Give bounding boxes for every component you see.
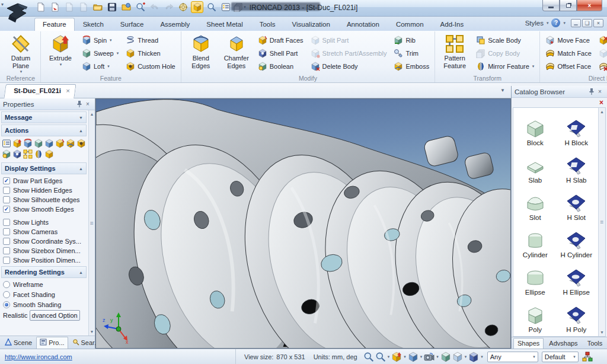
styles-button[interactable]: Styles — [525, 20, 544, 27]
catalog-item-block[interactable]: Block — [515, 110, 556, 148]
catalog-scrollbar[interactable]: ▲ ≡ ▼ — [598, 108, 605, 336]
offset-face-button[interactable]: >Offset Face — [544, 60, 593, 72]
new-doc-icon[interactable] — [34, 1, 47, 13]
properties-scrollbar[interactable]: ▲ ≡ ▼ — [88, 110, 95, 336]
sweep-button[interactable]: Sweep▾ — [80, 47, 120, 59]
tab-add-ins[interactable]: Add-Ins — [432, 18, 472, 31]
ironcad-logo-icon[interactable] — [4, 1, 31, 25]
catalog-item-h-slot[interactable]: H Slot — [556, 185, 598, 222]
tab-sketch[interactable]: Sketch — [75, 18, 112, 31]
import-icon[interactable] — [120, 1, 132, 13]
part-action-icon[interactable] — [44, 149, 54, 159]
delete-face-button[interactable]: Delete Face — [597, 34, 607, 46]
match-face-button[interactable]: >Match Face — [544, 47, 593, 59]
zoom-select-icon[interactable] — [375, 352, 386, 362]
shell-part-button[interactable]: Shell Part — [256, 47, 305, 59]
dropdown-icon[interactable]: ▾ — [388, 355, 390, 359]
section-rendering-settings[interactable]: Rendering Settings ▲ — [1, 266, 87, 278]
scale-body-button[interactable]: Scale Body — [474, 34, 536, 46]
structure-tree-icon[interactable] — [582, 352, 593, 362]
radio-wireframe[interactable]: Wireframe — [0, 279, 88, 289]
undo-icon[interactable] — [148, 1, 161, 13]
checkbox-show-coordinate-sys-[interactable]: Show Coordinate Sys... — [0, 237, 88, 246]
chamfer-edges-button[interactable]: Chamfer Edges — [221, 33, 253, 74]
properties-close-icon[interactable]: × — [84, 101, 92, 107]
add-part-icon[interactable] — [134, 1, 146, 13]
draft-faces-button[interactable]: Draft Faces — [256, 34, 305, 46]
list-props-icon[interactable] — [2, 139, 11, 148]
catalog-close-icon[interactable]: × — [596, 88, 604, 95]
catalog-item-h-poly[interactable]: H Poly — [556, 297, 598, 334]
mdi-restore-button[interactable]: ❏ — [582, 19, 592, 27]
document-tab[interactable]: St-Duc_FL021i × — [4, 84, 76, 98]
tab-list-dropdown-icon[interactable]: ▼ — [500, 88, 505, 93]
group-action-icon[interactable] — [23, 149, 33, 159]
checkbox-draw-part-edges[interactable]: ✓Draw Part Edges — [0, 176, 88, 186]
ironcad-link[interactable]: http://www.ironcad.com — [5, 353, 72, 360]
delete-body-button[interactable]: Delete Body — [309, 60, 389, 72]
home-action-icon[interactable] — [12, 149, 22, 159]
loft-button[interactable]: Loft▾ — [80, 60, 120, 72]
checkbox-show-sizebox-dimen-[interactable]: Show Sizebox Dimen... — [0, 246, 88, 256]
tab-common[interactable]: Common — [388, 18, 432, 31]
catalog-item-slab[interactable]: Slab — [515, 148, 556, 185]
props-tab-pro[interactable]: Pro... — [36, 337, 68, 349]
minimize-button[interactable] — [542, 0, 560, 11]
mdi-minimize-button[interactable] — [571, 19, 581, 27]
extrude-action-icon[interactable] — [12, 139, 22, 148]
checkbox-show-position-dimen-[interactable]: Show Position Dimen... — [0, 256, 88, 265]
scroll-up-icon[interactable]: ▲ — [90, 110, 94, 118]
help-icon[interactable]: ? — [551, 18, 560, 27]
maximize-button[interactable] — [560, 0, 577, 11]
image-action-icon[interactable] — [66, 139, 75, 148]
spin-action-icon[interactable] — [23, 139, 33, 148]
close-button[interactable]: × — [577, 0, 602, 11]
boolean-button[interactable]: Boolean — [256, 60, 305, 72]
tab-annotation[interactable]: Annotation — [338, 18, 388, 31]
list-icon[interactable] — [219, 1, 232, 13]
triball-icon[interactable] — [177, 1, 189, 13]
catalog-item-h-ellipse[interactable]: H Ellipse — [556, 260, 598, 297]
datum-plane-button[interactable]: Datum Plane▾ — [5, 33, 37, 74]
tab-assembly[interactable]: Assembly — [152, 18, 198, 31]
checkbox-show-lights[interactable]: Show Lights — [0, 218, 88, 227]
catalog-item-cylinder[interactable]: Cylinder — [515, 222, 556, 260]
extrude-button[interactable]: Extrude▾ — [44, 33, 76, 74]
help-dropdown-icon[interactable]: ▾ — [563, 21, 566, 25]
gears-action-icon[interactable] — [2, 149, 11, 159]
props-tab-scene[interactable]: Scene — [1, 337, 36, 349]
export-doc-icon[interactable] — [49, 1, 61, 13]
scroll-down-icon[interactable]: ▼ — [90, 328, 94, 336]
custom-hole-button[interactable]: Custom Hole — [124, 60, 177, 72]
catalog-item-h-block[interactable]: H Block — [556, 110, 598, 148]
tab-tools[interactable]: Tools — [251, 18, 284, 31]
mirror-feature-button[interactable]: Mirror Feature▾ — [474, 60, 536, 72]
radio-smooth-shading[interactable]: Smooth Shading — [0, 299, 88, 309]
mdi-close-button[interactable]: × — [593, 19, 603, 27]
viewport-3d[interactable]: y z x — [95, 98, 511, 349]
checkbox-show-smooth-edges[interactable]: ✓Show Smooth Edges — [0, 205, 88, 214]
viewport-3d-model[interactable] — [96, 99, 510, 348]
pattern-feature-button[interactable]: Pattern Feature — [439, 33, 471, 74]
loft-action-icon[interactable] — [44, 139, 54, 148]
catalog-tab-shapes[interactable]: Shapes — [513, 338, 544, 349]
document-tab-close-icon[interactable]: × — [66, 87, 70, 94]
checkbox-show-hidden-edges[interactable]: Show Hidden Edges — [0, 186, 88, 195]
tab-visualization[interactable]: Visualization — [284, 18, 338, 31]
custom-hole-action-icon[interactable] — [76, 139, 86, 148]
scroll-grip[interactable]: ≡ — [90, 220, 94, 226]
open-icon[interactable] — [91, 1, 104, 13]
catalog-scroll-up-icon[interactable]: ▲ — [600, 108, 604, 116]
dropdown-icon[interactable]: ▾ — [465, 355, 467, 359]
section-display-settings[interactable]: Display Settings ▲ — [1, 162, 87, 174]
catalog-item-h-cylinder[interactable]: H Cylinder — [556, 222, 598, 260]
dropdown-icon[interactable]: ▾ — [481, 355, 483, 359]
dropdown-icon[interactable]: ▾ — [436, 355, 439, 359]
dropdown-icon[interactable]: ▾ — [420, 355, 423, 359]
thicken-button[interactable]: Thicken — [124, 47, 177, 59]
tab-surface[interactable]: Surface — [112, 18, 152, 31]
catalog-item-poly[interactable]: Poly — [515, 297, 556, 334]
catalog-item-slot[interactable]: Slot — [515, 185, 556, 222]
trim-button[interactable]: Trim — [392, 47, 431, 59]
filter-any-dropdown[interactable]: Any ▾ — [487, 352, 538, 362]
